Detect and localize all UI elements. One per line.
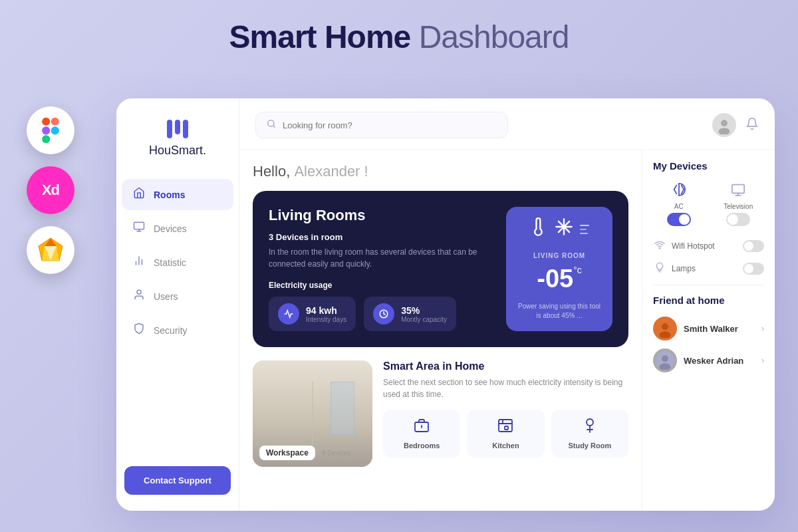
my-devices-title: My Devices <box>653 160 764 172</box>
nav-item-statistic[interactable]: Statistic <box>122 247 233 278</box>
lamps-label: Lamps <box>672 264 737 273</box>
device-ac: AC <box>653 182 705 226</box>
nav-item-rooms[interactable]: Rooms <box>122 179 233 210</box>
room-image-inner: Workspace 4 Devices <box>253 360 372 467</box>
electricity-usage-label: Electricity usage <box>269 281 495 290</box>
logo-bar-3 <box>183 120 188 138</box>
header <box>239 98 775 150</box>
smart-area-info: Smart Area in Home Select the next secti… <box>383 360 628 467</box>
energy-icon <box>278 303 299 325</box>
nav-item-users[interactable]: Users <box>122 281 233 312</box>
smart-area-title: Smart Area in Home <box>383 360 628 372</box>
device-television: Television <box>713 182 765 226</box>
room-grid: Bedrooms Kitchen <box>383 410 628 458</box>
logo-icon <box>167 120 188 138</box>
ac-label: AC <box>674 203 684 210</box>
workspace-label: Workspace <box>259 446 315 460</box>
study-label: Study Room <box>568 442 611 450</box>
search-bar[interactable] <box>255 112 508 138</box>
device-grid: AC Television <box>653 182 764 226</box>
svg-point-43 <box>662 323 668 330</box>
nav-item-devices[interactable]: Devices <box>122 213 233 244</box>
lines-icon <box>580 217 589 241</box>
living-room-card: Living Rooms 3 Devices in room In the ro… <box>253 191 628 347</box>
smart-area-description: Select the next section to see how much … <box>383 376 628 400</box>
page-title-area: Smart Home Dashboard <box>0 0 798 71</box>
room-card-study[interactable]: Study Room <box>551 410 628 458</box>
sidebar: HouSmart. Rooms Devices <box>116 98 239 511</box>
nav-label-security: Security <box>154 325 188 336</box>
svg-rect-12 <box>134 222 144 229</box>
friend-smith-chevron: › <box>761 324 764 333</box>
study-icon <box>582 418 598 438</box>
svg-point-18 <box>137 290 141 294</box>
wifi-icon <box>653 239 666 253</box>
energy-card: 94 kwh Intensity days <box>269 297 356 331</box>
kitchen-label: Kitchen <box>492 442 519 450</box>
shield-icon <box>132 323 146 338</box>
living-room-right: LIVING ROOM -05 °c Power saving using th… <box>506 207 612 331</box>
xd-icon: Xd <box>27 166 74 214</box>
friend-wesker-chevron: › <box>761 356 764 365</box>
bell-icon[interactable] <box>745 117 759 134</box>
friend-smith-name: Smith Walker <box>684 324 755 334</box>
svg-rect-38 <box>732 185 744 194</box>
logo-text: HouSmart. <box>149 144 206 158</box>
room-card-bedrooms[interactable]: Bedrooms <box>383 410 460 458</box>
logo-bar-1 <box>167 120 172 138</box>
lamp-icon <box>653 262 666 275</box>
contact-support-button[interactable]: Contact Support <box>124 466 231 495</box>
monitor-icon <box>132 221 146 236</box>
page-background: Smart Home Dashboard Xd <box>0 0 798 532</box>
center-panel: Hello, Alexander ! Living Rooms 3 Device… <box>239 150 642 511</box>
living-room-title: Living Rooms <box>269 207 495 224</box>
nav-items: Rooms Devices Statistic <box>116 179 239 466</box>
nav-label-statistic: Statistic <box>154 257 186 268</box>
temperature-unit: °c <box>573 265 582 275</box>
tool-icons: Xd <box>27 106 74 274</box>
lamps-row: Lamps <box>653 262 764 275</box>
wifi-toggle[interactable] <box>743 240 764 252</box>
avatar <box>712 113 736 137</box>
search-input[interactable] <box>283 120 497 130</box>
bar-chart-icon <box>132 255 146 270</box>
sketch-icon <box>27 226 74 274</box>
room-image: Workspace 4 Devices <box>253 360 372 467</box>
figma-icon <box>27 106 74 154</box>
room-card-kitchen[interactable]: Kitchen <box>467 410 544 458</box>
friend-at-home-title: Friend at home <box>653 295 764 306</box>
greeting: Hello, Alexander ! <box>253 163 628 180</box>
content-area: Hello, Alexander ! Living Rooms 3 Device… <box>239 150 775 511</box>
television-toggle[interactable] <box>726 213 750 226</box>
ac-toggle[interactable] <box>667 213 691 226</box>
bedrooms-label: Bedrooms <box>404 442 440 450</box>
friend-wesker[interactable]: Wesker Adrian › <box>653 348 764 372</box>
capacity-icon <box>373 303 394 325</box>
temp-icons <box>529 217 589 241</box>
nav-item-security[interactable]: Security <box>122 315 233 346</box>
svg-rect-34 <box>505 426 508 430</box>
lamps-toggle[interactable] <box>743 263 764 275</box>
svg-point-46 <box>662 355 668 362</box>
wifi-label: Wifi Hotspot <box>672 241 737 251</box>
capacity-value: 35% Montly capacity <box>401 305 447 323</box>
bedrooms-icon <box>414 418 430 438</box>
svg-rect-4 <box>42 135 50 143</box>
friend-smith[interactable]: Smith Walker › <box>653 317 764 340</box>
header-right <box>712 113 759 137</box>
svg-point-3 <box>51 126 59 134</box>
living-room-devices-label: 3 Devices in room <box>269 232 495 242</box>
snowflake-icon <box>555 217 573 241</box>
svg-point-41 <box>659 248 660 249</box>
right-panel: My Devices AC <box>642 150 775 511</box>
sidebar-logo: HouSmart. <box>116 120 239 158</box>
workspace-devices: 4 Devices <box>322 450 351 457</box>
nav-label-devices: Devices <box>154 223 187 234</box>
svg-line-20 <box>273 126 275 128</box>
kitchen-icon <box>497 418 513 438</box>
television-label: Television <box>724 203 753 210</box>
home-icon <box>132 187 146 202</box>
friend-smith-avatar <box>653 317 677 340</box>
dashboard-card: HouSmart. Rooms Devices <box>116 98 775 511</box>
nav-label-users: Users <box>154 291 178 302</box>
